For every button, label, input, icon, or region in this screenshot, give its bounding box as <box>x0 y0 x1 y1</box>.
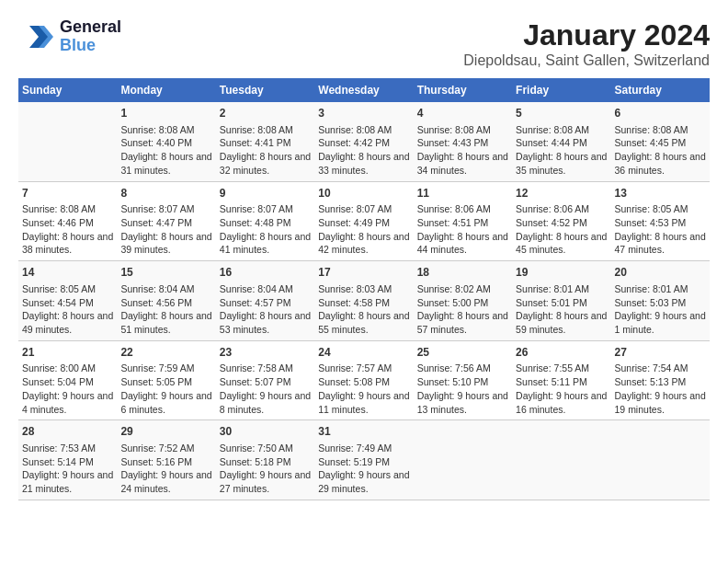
calendar-cell: 8Sunrise: 8:07 AMSunset: 4:47 PMDaylight… <box>117 181 215 261</box>
sunrise-text: Sunrise: 8:08 AM <box>220 124 293 135</box>
logo-line2: Blue <box>60 37 121 55</box>
logo-text: General Blue <box>60 18 121 55</box>
daylight-text: Daylight: 8 hours and 38 minutes. <box>22 231 113 256</box>
calendar-cell: 14Sunrise: 8:05 AMSunset: 4:54 PMDayligh… <box>18 261 117 341</box>
sunset-text: Sunset: 5:13 PM <box>615 376 687 387</box>
week-row-1: 7Sunrise: 8:08 AMSunset: 4:46 PMDaylight… <box>18 181 710 261</box>
sunrise-text: Sunrise: 7:55 AM <box>516 362 589 373</box>
calendar-cell: 15Sunrise: 8:04 AMSunset: 4:56 PMDayligh… <box>117 261 215 341</box>
daylight-text: Daylight: 9 hours and 8 minutes. <box>220 390 311 415</box>
sunset-text: Sunset: 4:43 PM <box>417 137 489 148</box>
day-number: 14 <box>22 265 113 281</box>
main-title: January 2024 <box>463 18 710 52</box>
sunset-text: Sunset: 4:45 PM <box>615 137 687 148</box>
daylight-text: Daylight: 8 hours and 35 minutes. <box>516 151 607 176</box>
sunrise-text: Sunrise: 8:00 AM <box>22 362 96 373</box>
sunrise-text: Sunrise: 8:07 AM <box>318 203 392 214</box>
calendar-cell: 22Sunrise: 7:59 AMSunset: 5:05 PMDayligh… <box>117 340 215 420</box>
logo-icon <box>18 18 55 55</box>
sunrise-text: Sunrise: 7:52 AM <box>120 442 194 454</box>
day-number: 12 <box>516 186 607 201</box>
sunset-text: Sunset: 5:08 PM <box>318 376 390 387</box>
daylight-text: Daylight: 9 hours and 19 minutes. <box>615 390 706 415</box>
daylight-text: Daylight: 8 hours and 36 minutes. <box>615 151 706 176</box>
day-number: 30 <box>220 424 311 440</box>
day-number: 28 <box>22 424 113 440</box>
sunrise-text: Sunrise: 8:01 AM <box>516 283 589 294</box>
sunrise-text: Sunrise: 7:57 AM <box>318 362 392 373</box>
day-number: 11 <box>417 186 508 201</box>
sunrise-text: Sunrise: 8:04 AM <box>120 283 194 294</box>
calendar-cell: 18Sunrise: 8:02 AMSunset: 5:00 PMDayligh… <box>414 261 512 341</box>
sunrise-text: Sunrise: 8:05 AM <box>615 203 688 214</box>
sunset-text: Sunset: 4:57 PM <box>220 297 291 308</box>
daylight-text: Daylight: 8 hours and 44 minutes. <box>417 231 508 256</box>
sunset-text: Sunset: 5:03 PM <box>615 297 687 308</box>
daylight-text: Daylight: 9 hours and 1 minute. <box>615 310 706 335</box>
calendar-cell: 13Sunrise: 8:05 AMSunset: 4:53 PMDayligh… <box>611 181 710 261</box>
week-row-0: 1Sunrise: 8:08 AMSunset: 4:40 PMDaylight… <box>18 102 710 181</box>
day-number: 18 <box>417 265 508 281</box>
title-block: January 2024 Diepoldsau, Saint Gallen, S… <box>463 18 710 69</box>
day-number: 8 <box>120 186 211 201</box>
logo-line1: General <box>60 18 121 37</box>
daylight-text: Daylight: 8 hours and 42 minutes. <box>318 231 409 256</box>
day-number: 23 <box>220 345 311 361</box>
daylight-text: Daylight: 8 hours and 47 minutes. <box>615 231 706 256</box>
day-number: 2 <box>220 106 311 121</box>
sunrise-text: Sunrise: 8:01 AM <box>615 283 688 294</box>
sunset-text: Sunset: 4:44 PM <box>516 137 587 148</box>
logo: General Blue <box>18 18 121 55</box>
header-sunday: Sunday <box>18 78 117 102</box>
sunset-text: Sunset: 4:47 PM <box>120 217 192 228</box>
daylight-text: Daylight: 8 hours and 45 minutes. <box>516 231 607 256</box>
page-header: General Blue January 2024 Diepoldsau, Sa… <box>18 18 710 69</box>
daylight-text: Daylight: 9 hours and 13 minutes. <box>417 390 508 415</box>
subtitle: Diepoldsau, Saint Gallen, Switzerland <box>463 52 710 69</box>
daylight-text: Daylight: 9 hours and 4 minutes. <box>22 390 113 415</box>
header-tuesday: Tuesday <box>216 78 314 102</box>
sunrise-text: Sunrise: 8:08 AM <box>318 124 392 135</box>
day-number: 6 <box>615 106 706 121</box>
day-number: 5 <box>516 106 607 121</box>
sunrise-text: Sunrise: 8:06 AM <box>516 203 589 214</box>
calendar-cell <box>611 420 710 500</box>
calendar-cell: 4Sunrise: 8:08 AMSunset: 4:43 PMDaylight… <box>414 102 512 181</box>
calendar-cell: 30Sunrise: 7:50 AMSunset: 5:18 PMDayligh… <box>216 420 314 500</box>
sunrise-text: Sunrise: 8:08 AM <box>120 124 194 135</box>
sunrise-text: Sunrise: 8:04 AM <box>220 283 293 294</box>
daylight-text: Daylight: 8 hours and 33 minutes. <box>318 151 409 176</box>
calendar-cell: 19Sunrise: 8:01 AMSunset: 5:01 PMDayligh… <box>512 261 610 341</box>
sunrise-text: Sunrise: 7:59 AM <box>120 362 194 373</box>
daylight-text: Daylight: 8 hours and 57 minutes. <box>417 310 508 335</box>
sunset-text: Sunset: 4:58 PM <box>318 297 390 308</box>
calendar-cell: 16Sunrise: 8:04 AMSunset: 4:57 PMDayligh… <box>216 261 314 341</box>
calendar-cell: 1Sunrise: 8:08 AMSunset: 4:40 PMDaylight… <box>117 102 215 181</box>
sunset-text: Sunset: 5:00 PM <box>417 297 489 308</box>
sunset-text: Sunset: 4:53 PM <box>615 217 687 228</box>
calendar-cell: 31Sunrise: 7:49 AMSunset: 5:19 PMDayligh… <box>314 420 413 500</box>
calendar-cell: 27Sunrise: 7:54 AMSunset: 5:13 PMDayligh… <box>611 340 710 420</box>
calendar-cell: 25Sunrise: 7:56 AMSunset: 5:10 PMDayligh… <box>414 340 512 420</box>
daylight-text: Daylight: 9 hours and 27 minutes. <box>220 469 311 494</box>
day-number: 1 <box>120 106 211 121</box>
daylight-text: Daylight: 8 hours and 51 minutes. <box>120 310 211 335</box>
day-number: 19 <box>516 265 607 281</box>
sunrise-text: Sunrise: 8:07 AM <box>220 203 293 214</box>
sunset-text: Sunset: 5:04 PM <box>22 376 94 387</box>
calendar-cell <box>414 420 512 500</box>
day-number: 24 <box>318 345 409 361</box>
sunrise-text: Sunrise: 7:53 AM <box>22 442 96 454</box>
sunrise-text: Sunrise: 7:50 AM <box>220 442 293 454</box>
calendar-cell: 3Sunrise: 8:08 AMSunset: 4:42 PMDaylight… <box>314 102 413 181</box>
calendar-cell: 12Sunrise: 8:06 AMSunset: 4:52 PMDayligh… <box>512 181 610 261</box>
day-number: 15 <box>120 265 211 281</box>
sunrise-text: Sunrise: 8:08 AM <box>615 124 688 135</box>
daylight-text: Daylight: 9 hours and 21 minutes. <box>22 469 113 494</box>
sunset-text: Sunset: 4:51 PM <box>417 217 489 228</box>
sunrise-text: Sunrise: 8:06 AM <box>417 203 491 214</box>
calendar-cell: 17Sunrise: 8:03 AMSunset: 4:58 PMDayligh… <box>314 261 413 341</box>
calendar-cell: 9Sunrise: 8:07 AMSunset: 4:48 PMDaylight… <box>216 181 314 261</box>
header-wednesday: Wednesday <box>314 78 413 102</box>
day-number: 25 <box>417 345 508 361</box>
